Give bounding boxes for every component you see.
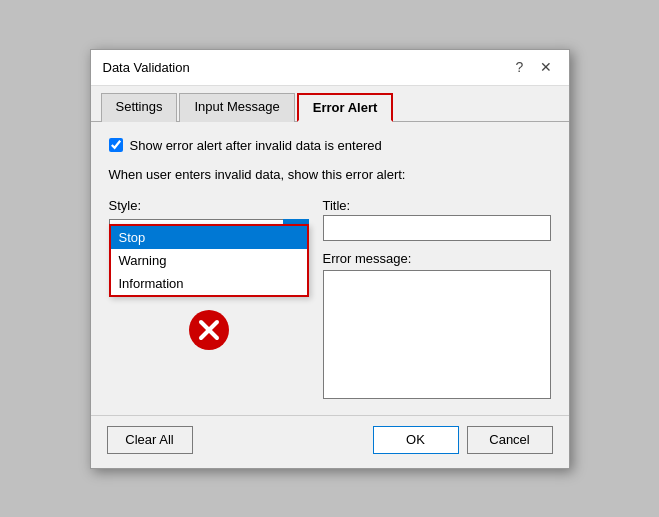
section-description: When user enters invalid data, show this… bbox=[109, 167, 551, 182]
dropdown-item-information[interactable]: Information bbox=[111, 272, 307, 295]
title-label: Title: bbox=[323, 198, 551, 213]
tab-error-alert[interactable]: Error Alert bbox=[297, 93, 394, 122]
dialog-title: Data Validation bbox=[103, 60, 190, 75]
ok-button[interactable]: OK bbox=[373, 426, 459, 454]
dialog-content: Show error alert after invalid data is e… bbox=[91, 122, 569, 411]
dropdown-item-warning[interactable]: Warning bbox=[111, 249, 307, 272]
help-button[interactable]: ? bbox=[509, 56, 531, 78]
tab-settings[interactable]: Settings bbox=[101, 93, 178, 122]
tab-bar: Settings Input Message Error Alert bbox=[91, 86, 569, 122]
title-buttons: ? ✕ bbox=[509, 56, 557, 78]
form-area: Style: Stop Warning Information Stop War… bbox=[109, 198, 551, 399]
dialog-footer: Clear All OK Cancel bbox=[91, 415, 569, 468]
title-input[interactable] bbox=[323, 215, 551, 241]
clear-all-button[interactable]: Clear All bbox=[107, 426, 193, 454]
stop-icon-container bbox=[109, 309, 309, 351]
footer-left: Clear All bbox=[107, 426, 193, 454]
data-validation-dialog: Data Validation ? ✕ Settings Input Messa… bbox=[90, 49, 570, 469]
error-message-label: Error message: bbox=[323, 251, 551, 266]
left-column: Style: Stop Warning Information Stop War… bbox=[109, 198, 309, 399]
cancel-button[interactable]: Cancel bbox=[467, 426, 553, 454]
right-column: Title: Error message: bbox=[323, 198, 551, 399]
footer-right: OK Cancel bbox=[373, 426, 553, 454]
close-button[interactable]: ✕ bbox=[535, 56, 557, 78]
show-error-alert-checkbox[interactable] bbox=[109, 138, 123, 152]
error-message-field-group: Error message: bbox=[323, 251, 551, 399]
dropdown-item-stop[interactable]: Stop bbox=[111, 226, 307, 249]
tab-input-message[interactable]: Input Message bbox=[179, 93, 294, 122]
title-field-group: Title: bbox=[323, 198, 551, 241]
show-error-alert-row: Show error alert after invalid data is e… bbox=[109, 138, 551, 153]
stop-icon bbox=[188, 309, 230, 351]
title-bar: Data Validation ? ✕ bbox=[91, 50, 569, 86]
show-error-alert-label: Show error alert after invalid data is e… bbox=[130, 138, 382, 153]
error-message-textarea[interactable] bbox=[323, 270, 551, 399]
dropdown-popup: Stop Warning Information bbox=[109, 224, 309, 297]
style-label: Style: bbox=[109, 198, 309, 213]
